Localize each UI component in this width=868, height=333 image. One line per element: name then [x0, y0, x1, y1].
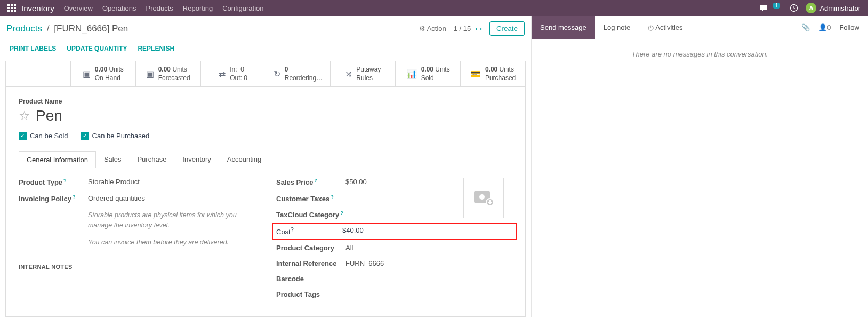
messages-empty: There are no messages in this conversati…: [532, 39, 868, 69]
nav-configuration[interactable]: Configuration: [222, 4, 263, 12]
breadcrumb: Products / [FURN_6666] Pen: [6, 23, 128, 34]
print-labels-button[interactable]: PRINT LABELS: [10, 45, 56, 52]
replenish-button[interactable]: REPLENISH: [138, 45, 174, 52]
can-be-purchased-checkbox[interactable]: ✓Can be Purchased: [81, 132, 150, 140]
action-menu[interactable]: ⚙ Action: [419, 25, 446, 33]
stat-spacer: [6, 61, 71, 86]
hint-storable: Storable products are physical items for…: [88, 210, 255, 231]
apps-icon[interactable]: [7, 4, 16, 12]
app-brand[interactable]: Inventory: [21, 4, 54, 13]
internal-notes-heading: INTERNAL NOTES: [19, 264, 255, 270]
nav-operations[interactable]: Operations: [102, 4, 136, 12]
action-bar: PRINT LABELS UPDATE QUANTITY REPLENISH: [0, 39, 531, 58]
random-icon: ⤨: [345, 69, 352, 79]
stat-inout[interactable]: ⇄In: 0Out: 0: [201, 61, 266, 86]
customer-taxes-label: Customer Taxes?: [276, 194, 345, 203]
avatar: A: [806, 3, 816, 13]
product-category-value[interactable]: All: [345, 244, 353, 252]
tab-accounting[interactable]: Accounting: [219, 150, 269, 168]
stat-buttons: ▣0.00 UnitsOn Hand ▣0.00 UnitsForecasted…: [6, 61, 525, 87]
nav-overview[interactable]: Overview: [64, 4, 93, 12]
stat-purchased[interactable]: 💳0.00 UnitsPurchased: [461, 61, 525, 86]
user-menu[interactable]: A Administrator: [806, 3, 861, 13]
product-name-label: Product Name: [19, 98, 512, 105]
topbar: Inventory Overview Operations Products R…: [0, 0, 868, 16]
product-card: ▣0.00 UnitsOn Hand ▣0.00 UnitsForecasted…: [5, 61, 526, 317]
crumb-parent[interactable]: Products: [6, 23, 42, 34]
card-icon: 💳: [470, 69, 481, 79]
pager-prev-icon[interactable]: ‹: [475, 25, 477, 33]
top-nav: Overview Operations Products Reporting C…: [64, 4, 264, 12]
stat-putaway[interactable]: ⤨PutawayRules: [331, 61, 396, 86]
follow-button[interactable]: Follow: [839, 23, 859, 31]
cubes-icon: ▣: [83, 69, 91, 79]
tabs: General Information Sales Purchase Inven…: [19, 150, 512, 168]
favorite-star-icon[interactable]: ☆: [19, 108, 30, 123]
stat-onhand[interactable]: ▣0.00 UnitsOn Hand: [71, 61, 136, 86]
chat-badge: 1: [773, 3, 781, 9]
invoicing-policy-value[interactable]: Ordered quantities: [88, 194, 145, 203]
taxcloud-label: TaxCloud Category?: [276, 210, 345, 219]
product-category-label: Product Category: [276, 244, 345, 252]
product-name[interactable]: Pen: [36, 107, 62, 124]
product-image-placeholder[interactable]: [463, 178, 504, 218]
chat-icon[interactable]: [759, 4, 768, 12]
followers-icon[interactable]: 👤0: [818, 23, 831, 31]
cubes-icon: ▣: [146, 69, 154, 79]
nav-products[interactable]: Products: [146, 4, 173, 12]
update-quantity-button[interactable]: UPDATE QUANTITY: [67, 45, 127, 52]
tab-general[interactable]: General Information: [19, 151, 96, 168]
send-message-button[interactable]: Send message: [532, 16, 595, 39]
refresh-icon: ↻: [274, 69, 280, 79]
can-be-sold-checkbox[interactable]: ✓Can be Sold: [19, 132, 68, 140]
create-button[interactable]: Create: [489, 21, 525, 36]
cost-value[interactable]: $40.00: [342, 226, 364, 236]
crumb-current: [FURN_6666] Pen: [54, 23, 128, 34]
stat-reorder[interactable]: ↻0Reordering…: [266, 61, 331, 86]
cost-label: Cost?: [276, 226, 342, 236]
nav-reporting[interactable]: Reporting: [183, 4, 213, 12]
product-type-label: Product Type?: [19, 178, 88, 186]
cost-highlight: Cost?$40.00: [272, 223, 517, 239]
breadcrumb-row: Products / [FURN_6666] Pen ⚙ Action 1 / …: [0, 16, 531, 39]
hint-invoice: You can invoice them before they are del…: [88, 237, 255, 248]
clock-icon[interactable]: [790, 4, 798, 12]
svg-point-2: [479, 194, 485, 200]
pager-text: 1 / 15: [454, 25, 471, 33]
bars-icon: 📊: [406, 69, 417, 79]
tab-sales[interactable]: Sales: [96, 150, 130, 168]
log-note-button[interactable]: Log note: [595, 16, 639, 39]
username: Administrator: [819, 4, 861, 12]
stat-forecast[interactable]: ▣0.00 UnitsForecasted: [136, 61, 201, 86]
invoicing-policy-label: Invoicing Policy?: [19, 194, 88, 203]
chatter: Send message Log note ◷ Activities 📎 👤0 …: [531, 16, 868, 317]
tab-purchase[interactable]: Purchase: [129, 150, 174, 168]
sales-price-label: Sales Price?: [276, 178, 345, 186]
internal-ref-label: Internal Reference: [276, 259, 345, 267]
product-tags-label: Product Tags: [276, 290, 345, 298]
attachment-icon[interactable]: 📎: [801, 23, 810, 31]
stat-sold[interactable]: 📊0.00 UnitsSold: [396, 61, 461, 86]
barcode-label: Barcode: [276, 275, 345, 283]
internal-ref-value[interactable]: FURN_6666: [345, 259, 384, 267]
pager: 1 / 15 ‹ ›: [454, 25, 482, 33]
sales-price-value[interactable]: $50.00: [345, 178, 367, 186]
exchange-icon: ⇄: [219, 69, 226, 79]
product-type-value[interactable]: Storable Product: [88, 178, 140, 186]
pager-next-icon[interactable]: ›: [480, 25, 482, 33]
activities-button[interactable]: ◷ Activities: [639, 16, 692, 39]
tab-inventory[interactable]: Inventory: [174, 150, 219, 168]
